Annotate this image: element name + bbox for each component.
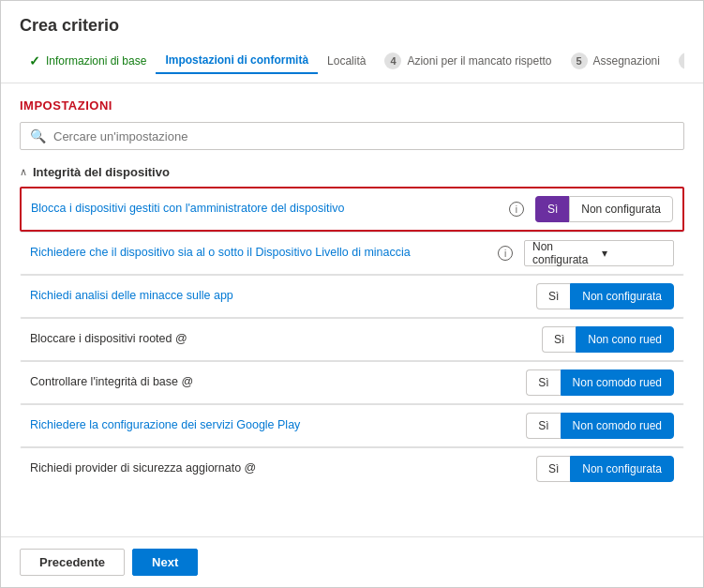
toggle-group-3: Sì Non cono rued <box>542 326 674 353</box>
step-3-label: Località <box>327 54 366 68</box>
info-icon-0[interactable]: i <box>509 202 524 217</box>
modal-footer: Precedente Next <box>1 536 703 587</box>
setting-row-6: Richiedi provider di sicurezza aggiornat… <box>20 447 684 490</box>
toggle-si-6[interactable]: Sì <box>536 456 570 482</box>
toggle-si-4[interactable]: Sì <box>526 369 560 396</box>
toggle-nonconf-4[interactable]: Non comodo rued <box>561 369 674 396</box>
toggle-si-5[interactable]: Sì <box>526 413 560 439</box>
toggle-group-2: Sì Non configurata <box>536 283 674 309</box>
search-box: 🔍 <box>20 122 684 150</box>
back-button[interactable]: Precedente <box>20 549 125 576</box>
group-title: Integrità del dispositivo <box>33 165 170 179</box>
step-5[interactable]: 5 Assegnazioni <box>562 47 669 75</box>
step-3[interactable]: Località <box>318 49 375 73</box>
next-button[interactable]: Next <box>132 549 198 576</box>
settings-list: Blocca i dispositivi gestiti con l'ammin… <box>20 187 684 490</box>
step-1[interactable]: ✓ Informazioni di base <box>20 48 156 74</box>
step-4-label: Azioni per il mancato rispetto <box>407 54 551 68</box>
toggle-group-5: Sì Non comodo rued <box>526 413 674 439</box>
toggle-si-3[interactable]: Sì <box>542 326 576 353</box>
setting-label-2[interactable]: Richiedi analisi delle minacce sulle app <box>30 288 536 305</box>
setting-row-5: Richiedere la configurazione dei servizi… <box>20 404 684 447</box>
step-4[interactable]: 4 Azioni per il mancato rispetto <box>375 47 561 75</box>
wizard-steps: ✓ Informazioni di base Impostazioni di c… <box>20 47 684 75</box>
setting-label-6: Richiedi provider di sicurezza aggiornat… <box>30 460 536 477</box>
toggle-nonconf-6[interactable]: Non configurata <box>570 456 674 482</box>
section-title: IMPOSTAZIONI <box>20 98 684 113</box>
toggle-si-0[interactable]: Sì <box>535 196 569 222</box>
chevron-down-icon: ▾ <box>602 247 666 260</box>
search-icon: 🔍 <box>30 128 46 143</box>
setting-label-1[interactable]: Richiedere che il dispositivo sia al o s… <box>30 245 498 262</box>
toggle-group-6: Sì Non configurata <box>536 456 674 482</box>
setting-label-5[interactable]: Richiedere la configurazione dei servizi… <box>30 417 526 434</box>
modal-header: Crea criterio ✓ Informazioni di base Imp… <box>1 1 703 83</box>
setting-row-4: Controllare l'integrità di base @ Sì Non… <box>20 361 684 404</box>
step-1-label: Informazioni di base <box>46 54 146 68</box>
toggle-nonconf-5[interactable]: Non comodo rued <box>561 413 674 439</box>
step-5-num: 5 <box>571 53 588 69</box>
setting-row-0: Blocca i dispositivi gestiti con l'ammin… <box>20 187 684 232</box>
setting-row-1: Richiedere che il dispositivo sia al o s… <box>20 232 684 275</box>
group-header[interactable]: ∧ Integrità del dispositivo <box>20 165 684 179</box>
step-2-label: Impostazioni di conformità <box>165 53 308 67</box>
setting-label-4: Controllare l'integrità di base @ <box>30 374 526 391</box>
toggle-group-0: Sì Non configurata <box>535 196 673 222</box>
setting-label-0[interactable]: Blocca i dispositivi gestiti con l'ammin… <box>31 201 509 218</box>
modal-container: Crea criterio ✓ Informazioni di base Imp… <box>0 0 704 588</box>
info-icon-1[interactable]: i <box>498 246 513 261</box>
step-5-label: Assegnazioni <box>593 54 660 68</box>
check-icon: ✓ <box>29 53 40 68</box>
step-6-num: 6 <box>679 53 684 69</box>
toggle-nonconf-0[interactable]: Non configurata <box>569 196 673 222</box>
modal-body: IMPOSTAZIONI 🔍 ∧ Integrità del dispositi… <box>1 83 703 536</box>
toggle-si-2[interactable]: Sì <box>536 283 570 309</box>
search-input[interactable] <box>53 129 674 143</box>
modal-title: Crea criterio <box>20 16 684 36</box>
chevron-up-icon: ∧ <box>20 166 27 178</box>
dropdown-0[interactable]: Non configurata ▾ <box>524 240 674 266</box>
step-4-num: 4 <box>384 53 401 69</box>
setting-row-2: Richiedi analisi delle minacce sulle app… <box>20 275 684 318</box>
toggle-nonconf-2[interactable]: Non configurata <box>570 283 674 309</box>
toggle-nonconf-3[interactable]: Non cono rued <box>576 326 674 353</box>
setting-row-3: Bloccare i dispositivi rooted @ Sì Non c… <box>20 318 684 361</box>
dropdown-value-0: Non configurata <box>532 240 596 266</box>
step-2[interactable]: Impostazioni di conformità <box>156 48 318 74</box>
toggle-group-4: Sì Non comodo rued <box>526 369 674 396</box>
step-6[interactable]: 6 Revisione <box>669 47 684 75</box>
setting-label-3: Bloccare i dispositivi rooted @ <box>30 331 542 348</box>
